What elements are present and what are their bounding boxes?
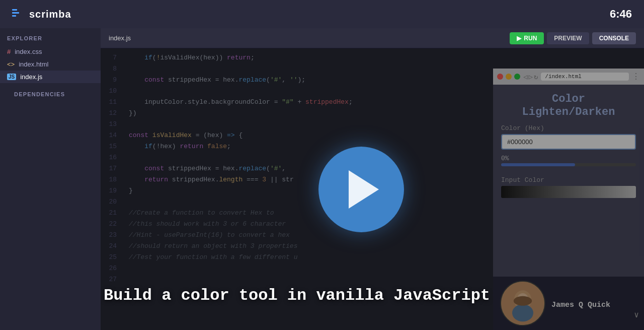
main-layout: EXPLORER # index.css <> index.html JS in…: [0, 28, 644, 330]
svg-rect-2: [12, 15, 16, 17]
editor-filename: index.js: [109, 34, 131, 42]
sidebar: EXPLORER # index.css <> index.html JS in…: [0, 28, 101, 330]
run-icon: ▶: [517, 35, 521, 42]
preview-button[interactable]: PREVIEW: [547, 32, 589, 44]
sidebar-item-html[interactable]: <> index.html: [0, 58, 101, 71]
editor-toolbar: index.js ▶ RUN PREVIEW CONSOLE: [101, 28, 644, 48]
play-triangle-icon: [349, 170, 379, 209]
preview-label: PREVIEW: [554, 35, 582, 42]
code-editor[interactable]: 78910 11121314 15161718 19202122 2324252…: [101, 48, 644, 330]
sidebar-filename-html: index.html: [19, 60, 48, 68]
editor-area: index.js ▶ RUN PREVIEW CONSOLE 78910 111: [101, 28, 644, 330]
svg-rect-0: [12, 9, 17, 11]
svg-rect-1: [12, 12, 19, 14]
sidebar-item-css[interactable]: # index.css: [0, 45, 101, 58]
dependencies-section: DEPENDENCIES: [0, 83, 101, 101]
play-button[interactable]: [318, 147, 404, 232]
css-file-icon: #: [7, 48, 11, 55]
logo: scrimba: [12, 7, 71, 21]
run-label: RUN: [524, 35, 537, 42]
js-file-icon: JS: [7, 74, 16, 80]
logo-icon: [12, 7, 24, 21]
run-button[interactable]: ▶ RUN: [510, 32, 544, 44]
explorer-label: EXPLORER: [0, 35, 101, 45]
logo-text: scrimba: [29, 9, 71, 20]
toolbar-buttons: ▶ RUN PREVIEW CONSOLE: [510, 32, 636, 44]
console-button[interactable]: CONSOLE: [592, 32, 636, 44]
console-label: CONSOLE: [599, 35, 629, 42]
html-file-icon: <>: [7, 60, 15, 68]
sidebar-filename-css: index.css: [15, 48, 42, 55]
sidebar-item-js[interactable]: JS index.js: [0, 71, 101, 83]
nav-time: 6:46: [610, 8, 632, 21]
top-nav: scrimba 6:46: [0, 0, 644, 28]
deps-label: DEPENDENCIES: [7, 91, 94, 101]
video-title-overlay: Build a color tool in vanilla JavaScript: [101, 286, 493, 305]
video-title: Build a color tool in vanilla JavaScript: [101, 286, 493, 305]
sidebar-filename-js: index.js: [20, 73, 42, 81]
